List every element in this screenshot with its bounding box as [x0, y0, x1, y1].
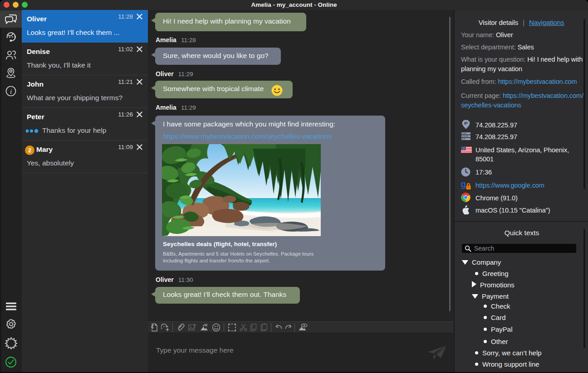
svg-text:i: i	[10, 88, 12, 95]
svg-text:g: g	[461, 180, 466, 189]
svg-text:IP: IP	[464, 121, 468, 126]
